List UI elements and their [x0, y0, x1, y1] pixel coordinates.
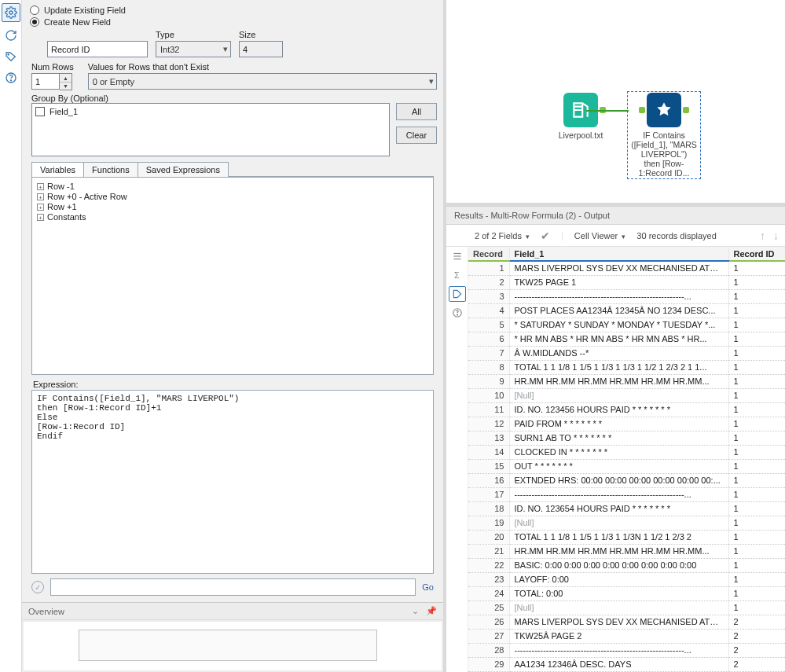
overview-title: Overview [28, 607, 64, 616]
workflow-canvas[interactable]: Liverpool.txt IF Contains ([Field_1], "M… [446, 0, 785, 206]
col-field1[interactable]: Field_1 [509, 247, 728, 261]
table-row[interactable]: 27TKW25Â PAGE 22 [468, 629, 785, 643]
overview-panel: Overview ⌄ 📌 [22, 602, 443, 672]
table-row[interactable]: 9HR.MM HR.MM HR.MM HR.MM HR.MM HR.MM...1 [468, 374, 785, 388]
variables-tree[interactable]: +Row -1 +Row +0 - Active Row +Row +1 +Co… [31, 177, 434, 375]
anchor-icon[interactable] [449, 286, 466, 302]
fields-summary[interactable]: 2 of 2 Fields ▾ [475, 231, 530, 241]
arrow-up-icon[interactable]: ↑ [760, 230, 765, 242]
table-row[interactable]: 4POST PLACES AA1234Â 12345Â NO 1234 DESC… [468, 303, 785, 318]
col-record[interactable]: Record [468, 247, 509, 261]
expand-icon[interactable]: + [37, 214, 44, 221]
sigma-icon[interactable]: Σ [449, 267, 466, 283]
gear-icon[interactable] [2, 3, 20, 22]
help-small-icon[interactable] [449, 305, 466, 321]
check-icon[interactable]: ✔ [541, 230, 550, 242]
expression-tabs: Variables Functions Saved Expressions [31, 161, 434, 177]
table-row[interactable]: 6* HR MN ABS * HR MN ABS * HR MN ABS * H… [468, 332, 785, 346]
help-icon[interactable] [2, 68, 20, 87]
table-row[interactable]: 21HR.MM HR.MM HR.MM HR.MM HR.MM HR.MM...… [468, 544, 785, 558]
table-row[interactable]: 2TKW25 PAGE 11 [468, 275, 785, 289]
col-recordid[interactable]: Record ID [728, 247, 785, 261]
config-panel: Update Existing Field Create New Field R… [22, 0, 446, 672]
table-row[interactable]: 5* SATURDAY * SUNDAY * MONDAY * TUESDAY … [468, 318, 785, 332]
tool-icon-strip [0, 0, 22, 672]
table-row[interactable]: 24TOTAL: 0:001 [468, 586, 785, 600]
radio-update-label: Update Existing Field [44, 6, 126, 15]
radio-create-new[interactable] [30, 17, 39, 27]
formula-node-label: IF Contains ([Field_1], "MARS LIVERPOL")… [629, 130, 699, 178]
tab-saved[interactable]: Saved Expressions [138, 162, 229, 177]
radio-update-existing[interactable] [30, 6, 39, 15]
svg-point-0 [9, 11, 13, 14]
status-ok-icon: ✓ [31, 581, 44, 593]
table-row[interactable]: 25[Null]1 [468, 600, 785, 615]
results-sidebar: Σ [446, 247, 468, 672]
type-label: Type [156, 30, 231, 39]
numrows-spinner[interactable]: 1 ▲▼ [31, 73, 74, 90]
table-row[interactable]: 22BASIC: 0:00 0:00 0:00 0:00 0:00 0:00 0… [468, 558, 785, 572]
table-row[interactable]: 12PAID FROM * * * * * * *1 [468, 417, 785, 431]
table-row[interactable]: 23LAYOFF: 0:001 [468, 572, 785, 586]
expand-icon[interactable]: + [37, 183, 44, 190]
records-displayed: 30 records displayed [636, 231, 717, 241]
field-name-input[interactable]: Record ID [47, 41, 148, 57]
table-row[interactable]: 13SURN1 AB TO * * * * * * *1 [468, 431, 785, 445]
clear-button[interactable]: Clear [396, 127, 437, 144]
svg-point-1 [8, 54, 9, 55]
overview-viewport[interactable] [79, 630, 377, 661]
table-row[interactable]: 29AA1234 12346Â DESC. DAYS2 [468, 657, 785, 671]
type-select[interactable]: Int32▾ [156, 41, 231, 57]
tag-icon[interactable] [2, 47, 20, 66]
tab-variables[interactable]: Variables [31, 162, 84, 177]
all-button[interactable]: All [396, 103, 437, 120]
expression-editor[interactable]: IF Contains([Field_1], "MARS LIVERPOL") … [31, 390, 434, 574]
tab-functions[interactable]: Functions [83, 162, 138, 177]
table-row[interactable]: 18ID. NO. 123654 HOURS PAID * * * * * * … [468, 501, 785, 516]
values-label: Values for Rows that don't Exist [88, 62, 437, 72]
table-row[interactable]: 10[Null]1 [468, 388, 785, 402]
go-button[interactable]: Go [422, 582, 434, 592]
table-row[interactable]: 19[Null]1 [468, 516, 785, 530]
table-row[interactable]: 26MARS LIVERPOL SYS DEV XX MECHANISED AT… [468, 615, 785, 629]
expand-icon[interactable]: + [37, 193, 44, 200]
results-title: Results - Multi-Row Formula (2) - Output [446, 206, 785, 225]
table-row[interactable]: 8TOTAL 1 1 1/8 1 1/5 1 1/3 1 1/3 1 1/2 1… [468, 360, 785, 374]
input-node-label: Liverpool.txt [545, 130, 616, 140]
goto-input[interactable] [50, 578, 416, 596]
arrow-down-icon[interactable]: ↓ [773, 230, 779, 242]
expand-icon[interactable]: + [37, 204, 44, 211]
table-row[interactable]: 14CLOCKED IN * * * * * * *1 [468, 445, 785, 459]
pin-icon[interactable]: 📌 [426, 606, 437, 615]
table-row[interactable]: 3---------------------------------------… [468, 289, 785, 303]
groupby-label: Group By (Optional) [31, 94, 108, 103]
size-input[interactable]: 4 [239, 41, 283, 57]
table-row[interactable]: 28--------------------------------------… [468, 643, 785, 657]
svg-point-3 [10, 80, 11, 81]
expression-label: Expression: [33, 380, 437, 389]
numrows-label: Num Rows [31, 62, 74, 72]
table-row[interactable]: 20TOTAL 1 1 1/8 1 1/5 1 1/3 1 1/3N 1 1/2… [468, 530, 785, 544]
groupby-item: Field_1 [50, 107, 78, 116]
table-row[interactable]: 7Â W.MIDLANDS --*1 [468, 346, 785, 360]
svg-point-8 [457, 314, 457, 315]
table-row[interactable]: 15OUT * * * * * * *1 [468, 459, 785, 473]
groupby-list[interactable]: Field_1 [31, 103, 390, 156]
checkbox-field1[interactable] [35, 107, 45, 116]
table-row[interactable]: 11ID. NO. 123456 HOURS PAID * * * * * * … [468, 402, 785, 417]
radio-create-label: Create New Field [44, 17, 111, 27]
chevron-down-icon[interactable]: ⌄ [412, 606, 419, 615]
results-grid[interactable]: Record Field_1 Record ID 1MARS LIVERPOL … [468, 247, 785, 672]
values-select[interactable]: 0 or Empty▾ [88, 73, 437, 90]
table-row[interactable]: 16EXTNDED HRS: 00:00 00:00 00:00 00:00 0… [468, 473, 785, 487]
list-icon[interactable] [449, 248, 466, 264]
cell-viewer[interactable]: Cell Viewer ▾ [574, 231, 626, 241]
size-label: Size [239, 30, 283, 39]
refresh-icon[interactable] [2, 26, 20, 45]
results-toolbar: 2 of 2 Fields ▾ ✔ | Cell Viewer ▾ 30 rec… [446, 225, 785, 247]
multirow-formula-node[interactable] [647, 93, 681, 127]
table-row[interactable]: 1MARS LIVERPOL SYS DEV XX MECHANISED ATT… [468, 261, 785, 275]
table-row[interactable]: 17--------------------------------------… [468, 487, 785, 501]
